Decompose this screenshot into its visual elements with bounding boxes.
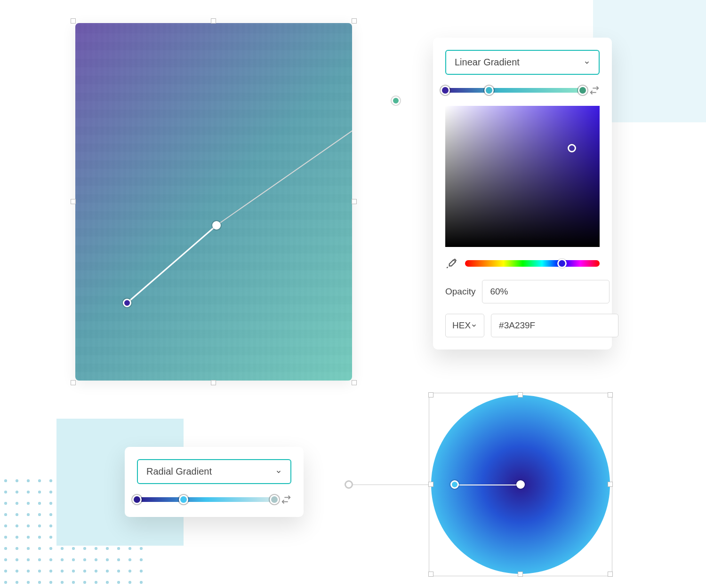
- resize-handle-e[interactable]: [352, 199, 357, 204]
- canvas-linear-image[interactable]: [75, 23, 352, 381]
- resize-handle-sw[interactable]: [428, 572, 433, 577]
- swap-direction-icon[interactable]: [281, 494, 291, 505]
- resize-handle-e[interactable]: [608, 482, 613, 487]
- svg-line-0: [127, 225, 217, 303]
- resize-handle-s[interactable]: [518, 572, 523, 577]
- sv-cursor[interactable]: [568, 144, 576, 152]
- gradient-type-dropdown[interactable]: Linear Gradient: [445, 50, 600, 75]
- chevron-down-icon: [584, 59, 590, 66]
- radial-radius-line: [455, 485, 521, 485]
- gradient-stop-r2[interactable]: [179, 495, 188, 504]
- resize-handle-ne[interactable]: [352, 18, 357, 24]
- chevron-down-icon: [275, 469, 282, 475]
- gradient-outer-pin[interactable]: [345, 480, 353, 489]
- color-picker-radial: Radial Gradient: [125, 447, 304, 517]
- gradient-stop-3[interactable]: [578, 86, 587, 95]
- gradient-end-pin[interactable]: [392, 96, 400, 105]
- gradient-type-label: Linear Gradient: [455, 57, 520, 68]
- resize-handle-w[interactable]: [428, 482, 433, 487]
- resize-handle-n[interactable]: [518, 392, 523, 397]
- gradient-stop-r1[interactable]: [132, 495, 142, 504]
- chevron-down-icon: [471, 322, 477, 329]
- connector-line: [348, 485, 435, 485]
- resize-handle-ne[interactable]: [608, 392, 613, 397]
- color-picker-linear: Linear Gradient Opacity HEX: [433, 38, 612, 350]
- svg-line-1: [217, 101, 352, 225]
- opacity-label: Opacity: [445, 286, 475, 297]
- gradient-stop-2[interactable]: [484, 86, 494, 95]
- gradient-stop-r3[interactable]: [270, 495, 279, 504]
- color-format-label: HEX: [452, 320, 471, 331]
- radial-edge-pin[interactable]: [450, 480, 459, 489]
- resize-handle-sw[interactable]: [71, 380, 76, 385]
- gradient-mid-pin[interactable]: [212, 221, 221, 230]
- gradient-stop-1[interactable]: [441, 86, 450, 95]
- opacity-input[interactable]: [482, 280, 610, 303]
- hue-slider[interactable]: [465, 260, 600, 267]
- gradient-type-dropdown-radial[interactable]: Radial Gradient: [137, 459, 291, 484]
- resize-handle-s[interactable]: [211, 380, 216, 385]
- gradient-start-pin[interactable]: [123, 299, 131, 307]
- radial-center-pin[interactable]: [516, 480, 525, 489]
- hex-input[interactable]: [491, 314, 618, 337]
- saturation-value-field[interactable]: [445, 106, 600, 247]
- color-format-select[interactable]: HEX: [445, 314, 484, 337]
- resize-handle-nw[interactable]: [428, 392, 433, 397]
- gradient-stops-bar-radial[interactable]: [137, 497, 274, 502]
- resize-handle-se[interactable]: [608, 572, 613, 577]
- gradient-stops-bar[interactable]: [445, 88, 583, 93]
- resize-handle-se[interactable]: [352, 380, 357, 385]
- gradient-type-label-radial: Radial Gradient: [146, 466, 212, 477]
- gradient-direction-line: [75, 23, 352, 381]
- hue-cursor[interactable]: [557, 259, 567, 268]
- eyedropper-icon[interactable]: [445, 257, 457, 270]
- swap-direction-icon[interactable]: [589, 85, 600, 95]
- canvas-radial-circle[interactable]: [431, 395, 610, 574]
